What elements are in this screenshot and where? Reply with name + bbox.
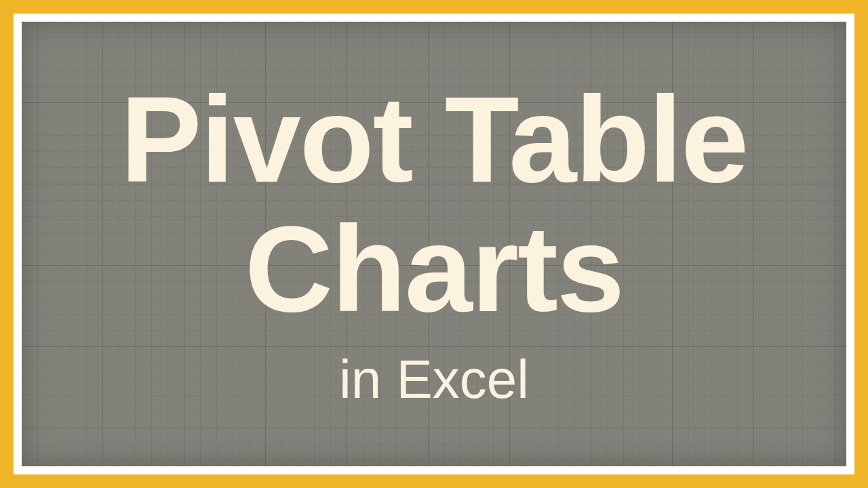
blueprint-panel: Pivot Table Charts in Excel [22, 22, 846, 466]
white-frame: Pivot Table Charts in Excel [14, 14, 854, 474]
subtitle: in Excel [339, 352, 529, 407]
title-line-2: Charts [245, 211, 623, 327]
outer-frame: Pivot Table Charts in Excel [0, 0, 868, 488]
title-line-1: Pivot Table [121, 81, 748, 197]
